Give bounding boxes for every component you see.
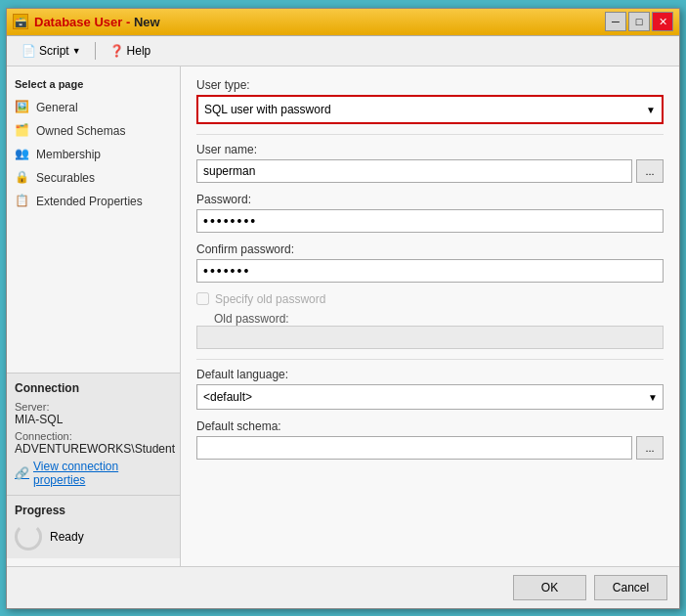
progress-section: Progress Ready — [7, 495, 180, 558]
confirm-password-input[interactable] — [196, 259, 664, 283]
default-schema-input-group: ... — [196, 436, 664, 460]
default-language-label: Default language: — [196, 368, 664, 381]
connection-section: Connection Server: MIA-SQL Connection: A… — [7, 373, 180, 495]
script-dropdown-icon: ▼ — [72, 46, 81, 56]
password-row: Password: — [196, 193, 664, 233]
specify-old-password-row: Specify old password Old password: — [196, 292, 664, 349]
username-row: User name: ... — [196, 143, 664, 183]
database-user-window: 🗃️ Database User - New ─ □ ✕ 📄 Script ▼ … — [6, 8, 680, 609]
default-language-row: Default language: <default> ▼ — [196, 368, 664, 410]
minimize-button[interactable]: ─ — [605, 12, 626, 31]
divider-1 — [196, 134, 664, 135]
progress-spinner — [15, 523, 42, 550]
specify-old-password-checkbox-label: Specify old password — [215, 292, 325, 306]
password-input[interactable] — [196, 209, 664, 233]
title-suffix: New — [130, 15, 159, 29]
script-label: Script — [39, 44, 69, 58]
connection-link-label: View connection properties — [33, 460, 172, 487]
sidebar-item-label-general: General — [36, 101, 78, 114]
sidebar-item-securables[interactable]: 🔒 Securables — [7, 166, 180, 190]
sidebar: Select a page 🖼️ General 🗂️ Owned Schema… — [7, 66, 181, 566]
confirm-password-label: Confirm password: — [196, 242, 664, 256]
default-schema-label: Default schema: — [196, 419, 664, 433]
default-schema-row: Default schema: ... — [196, 419, 664, 460]
help-button[interactable]: ❓ Help — [103, 40, 158, 62]
help-label: Help — [127, 44, 151, 58]
general-icon: 🖼️ — [15, 100, 30, 115]
server-label: Server: — [15, 401, 172, 413]
divider-2 — [196, 359, 664, 360]
user-type-label: User type: — [196, 78, 664, 92]
sidebar-item-label-securables: Securables — [36, 171, 95, 185]
progress-title: Progress — [15, 504, 172, 517]
sidebar-item-owned-schemas[interactable]: 🗂️ Owned Schemas — [7, 119, 180, 143]
close-button[interactable]: ✕ — [652, 12, 673, 31]
cancel-button[interactable]: Cancel — [594, 575, 667, 600]
toolbar-separator — [95, 42, 96, 60]
username-input-group: ... — [196, 159, 664, 183]
toolbar: 📄 Script ▼ ❓ Help — [7, 36, 679, 66]
username-input[interactable] — [196, 159, 632, 183]
window-title: Database User - New — [34, 15, 160, 29]
username-label: User name: — [196, 143, 664, 156]
title-controls: ─ □ ✕ — [605, 12, 673, 31]
username-browse-button[interactable]: ... — [636, 159, 664, 183]
ok-button[interactable]: OK — [513, 575, 586, 600]
script-icon: 📄 — [21, 44, 36, 58]
confirm-password-row: Confirm password: — [196, 242, 664, 283]
default-language-select[interactable]: <default> — [196, 384, 664, 410]
sidebar-item-label-owned-schemas: Owned Schemas — [36, 124, 125, 138]
connection-value: ADVENTUREWORKS\Student — [15, 442, 172, 456]
title-bar: 🗃️ Database User - New ─ □ ✕ — [7, 9, 679, 36]
password-label: Password: — [196, 193, 664, 206]
membership-icon: 👥 — [15, 147, 30, 162]
old-password-label: Old password: — [196, 312, 289, 326]
default-language-select-wrapper: <default> ▼ — [196, 384, 664, 410]
main-panel: User type: SQL user with password SQL us… — [181, 66, 679, 566]
sidebar-item-label-membership: Membership — [36, 148, 101, 161]
view-connection-properties-link[interactable]: 🔗 View connection properties — [15, 460, 172, 487]
help-icon: ❓ — [109, 44, 124, 58]
owned-schemas-icon: 🗂️ — [15, 123, 30, 139]
progress-content: Ready — [15, 523, 172, 550]
default-schema-input[interactable] — [196, 436, 632, 460]
title-bar-left: 🗃️ Database User - New — [13, 14, 160, 29]
specify-old-password-checkbox-row: Specify old password — [196, 292, 664, 306]
specify-old-password-checkbox[interactable] — [196, 292, 209, 305]
connection-label: Connection: — [15, 430, 172, 442]
user-type-select[interactable]: SQL user with password SQL user without … — [198, 97, 662, 122]
extended-properties-icon: 📋 — [15, 194, 30, 209]
user-type-select-wrapper: SQL user with password SQL user without … — [196, 95, 664, 124]
title-highlight: Database User - — [34, 15, 130, 29]
securables-icon: 🔒 — [15, 170, 30, 186]
connection-title: Connection — [15, 381, 172, 395]
content-area: Select a page 🖼️ General 🗂️ Owned Schema… — [7, 66, 679, 566]
sidebar-item-extended-properties[interactable]: 📋 Extended Properties — [7, 190, 180, 213]
progress-status: Ready — [50, 530, 84, 544]
sidebar-item-general[interactable]: 🖼️ General — [7, 96, 180, 119]
sidebar-item-membership[interactable]: 👥 Membership — [7, 143, 180, 166]
footer: OK Cancel — [7, 566, 679, 608]
connection-link-icon: 🔗 — [15, 466, 29, 480]
script-button[interactable]: 📄 Script ▼ — [15, 40, 88, 62]
sidebar-title: Select a page — [7, 74, 180, 96]
old-password-input — [196, 326, 664, 349]
user-type-row: User type: SQL user with password SQL us… — [196, 78, 664, 124]
app-icon: 🗃️ — [13, 14, 28, 29]
server-value: MIA-SQL — [15, 413, 172, 426]
default-schema-browse-button[interactable]: ... — [636, 436, 664, 460]
sidebar-item-label-extended-properties: Extended Properties — [36, 195, 143, 208]
maximize-button[interactable]: □ — [628, 12, 650, 31]
